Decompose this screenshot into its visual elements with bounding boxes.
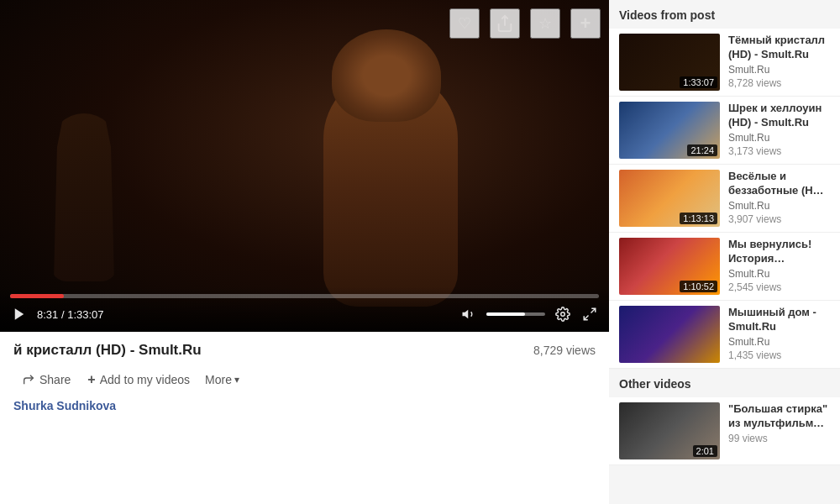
fullscreen-icon [582, 307, 597, 322]
thumbnail-container: 1:10:52 [619, 238, 720, 295]
heart-button[interactable]: ♡ [449, 8, 480, 39]
video-item-views: 2,545 views [728, 281, 830, 293]
video-item-title: "Большая стирка" из мультфильма "Мас... [728, 402, 830, 431]
video-actions: Share + Add to my videos More ▾ [13, 367, 596, 392]
star-icon: ☆ [538, 14, 552, 33]
video-controls: 8:31 / 1:33:07 [0, 287, 609, 332]
total-time: 1:33:07 [67, 308, 103, 321]
views-count: 8,729 views [533, 344, 596, 357]
video-item-info: Тёмный кристалл (HD) - Smult.Ru Smult.Ru… [728, 34, 830, 89]
video-item-title: Тёмный кристалл (HD) - Smult.Ru [728, 34, 830, 62]
play-pause-button[interactable] [10, 305, 29, 323]
settings-icon [555, 307, 570, 322]
video-list-item[interactable]: 1:33:07 Тёмный кристалл (HD) - Smult.Ru … [609, 29, 840, 97]
scene-figure-head [332, 29, 441, 122]
sidebar: Videos from post 1:33:07 Тёмный кристалл… [609, 0, 840, 504]
video-item-title: Мышиный дом - Smult.Ru [728, 306, 830, 334]
other-videos-list: 2:01 "Большая стирка" из мультфильма "Ма… [609, 397, 840, 465]
video-item-channel: Smult.Ru [728, 200, 830, 212]
video-list-item[interactable]: Мышиный дом - Smult.Ru Smult.Ru 1,435 vi… [609, 301, 840, 369]
video-item-views: 3,173 views [728, 145, 830, 157]
scene-figure-left [50, 113, 118, 281]
svg-line-4 [591, 308, 596, 312]
video-item-info: Весёлые и беззаботные (HD) - Smult.Ru Sm… [728, 170, 830, 225]
video-item-views: 99 views [728, 433, 830, 444]
svg-point-3 [561, 312, 565, 317]
more-label: More [205, 373, 232, 386]
video-author[interactable]: Shurka Sudnikova [13, 399, 596, 412]
video-section: ♡ ☆ + [0, 0, 609, 504]
thumb-duration: 1:13:13 [680, 213, 717, 224]
video-item-views: 1,435 views [728, 349, 830, 361]
video-item-info: Мы вернулись! История динозавров (HD) - … [728, 238, 830, 293]
video-item-info: Шрек и хеллоуин (HD) - Smult.Ru Smult.Ru… [728, 102, 830, 157]
thumb-duration: 1:33:07 [680, 76, 717, 88]
controls-row: 8:31 / 1:33:07 [10, 305, 599, 323]
svg-marker-2 [463, 310, 469, 319]
speaker-icon [461, 307, 476, 322]
video-list-item[interactable]: 1:10:52 Мы вернулись! История динозавров… [609, 233, 840, 301]
video-item-title: Мы вернулись! История динозавров (HD) - … [728, 238, 830, 266]
main-layout: ♡ ☆ + [0, 0, 840, 504]
svg-line-5 [584, 316, 588, 320]
video-top-icons: ♡ ☆ + [449, 8, 601, 39]
video-list-item[interactable]: 1:13:13 Весёлые и беззаботные (HD) - Smu… [609, 165, 840, 233]
video-item-title: Шрек и хеллоуин (HD) - Smult.Ru [728, 102, 830, 130]
share-button-top[interactable] [490, 8, 520, 39]
video-info: й кристалл (HD) - Smult.Ru 8,729 views S… [0, 332, 609, 504]
from-post-list: 1:33:07 Тёмный кристалл (HD) - Smult.Ru … [609, 29, 840, 369]
thumbnail-container: 1:13:13 [619, 170, 720, 227]
add-button-top[interactable]: + [570, 8, 601, 39]
add-icon: + [87, 372, 95, 387]
video-item-views: 3,907 views [728, 213, 830, 225]
video-item-channel: Smult.Ru [728, 268, 830, 280]
progress-bar[interactable] [10, 294, 599, 298]
volume-slider[interactable] [486, 312, 545, 316]
play-icon [12, 307, 27, 322]
video-item-channel: Smult.Ru [728, 64, 830, 76]
video-item-views: 8,728 views [728, 77, 830, 89]
volume-fill [486, 312, 525, 316]
heart-icon: ♡ [458, 14, 471, 33]
from-post-title: Videos from post [609, 0, 840, 29]
other-videos-title: Other videos [609, 369, 840, 397]
thumbnail [619, 306, 720, 363]
time-display: 8:31 / 1:33:07 [37, 308, 104, 321]
video-item-channel: Smult.Ru [728, 132, 830, 144]
add-label: Add to my videos [100, 373, 190, 386]
more-button[interactable]: More ▾ [198, 368, 246, 391]
progress-fill [10, 294, 64, 298]
video-player[interactable]: ♡ ☆ + [0, 0, 609, 332]
share-label: Share [39, 373, 71, 386]
volume-button[interactable] [459, 305, 478, 323]
thumbnail-container: 1:33:07 [619, 34, 720, 91]
video-title: й кристалл (HD) - Smult.Ru [13, 342, 202, 359]
share-icon [496, 14, 514, 33]
video-list-item[interactable]: 2:01 "Большая стирка" из мультфильма "Ма… [609, 397, 840, 465]
share-action-icon [22, 373, 35, 386]
current-time: 8:31 [37, 308, 58, 321]
video-item-channel: Smult.Ru [728, 336, 830, 348]
video-item-info: Мышиный дом - Smult.Ru Smult.Ru 1,435 vi… [728, 306, 830, 361]
add-to-videos-button[interactable]: + Add to my videos [79, 367, 198, 392]
thumb-duration: 21:24 [687, 144, 717, 156]
settings-button[interactable] [554, 305, 572, 323]
svg-marker-1 [15, 308, 24, 320]
video-title-row: й кристалл (HD) - Smult.Ru 8,729 views [13, 342, 596, 359]
thumbnail-container [619, 306, 720, 363]
video-item-title: Весёлые и беззаботные (HD) - Smult.Ru [728, 170, 830, 198]
thumb-duration: 2:01 [693, 445, 717, 457]
video-list-item[interactable]: 21:24 Шрек и хеллоуин (HD) - Smult.Ru Sm… [609, 97, 840, 165]
video-frame [0, 0, 609, 332]
chevron-down-icon: ▾ [234, 374, 239, 386]
fullscreen-button[interactable] [580, 305, 599, 323]
thumbnail-container: 2:01 [619, 402, 720, 459]
thumb-duration: 1:10:52 [680, 281, 717, 292]
video-item-info: "Большая стирка" из мультфильма "Мас... … [728, 402, 830, 444]
share-action-button[interactable]: Share [13, 368, 79, 391]
plus-icon: + [580, 13, 591, 34]
thumbnail-container: 21:24 [619, 102, 720, 159]
star-button[interactable]: ☆ [530, 8, 560, 39]
